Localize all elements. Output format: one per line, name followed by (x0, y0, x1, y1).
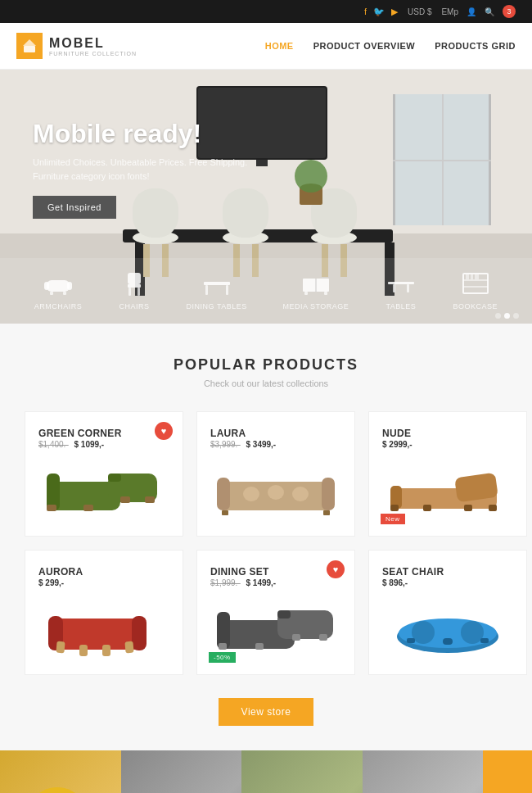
top-bar: f 🐦 ▶ USD $ EMp 👤 🔍 3 (0, 0, 532, 23)
svg-marker-1 (23, 39, 36, 46)
room-categories: 🛏 Bedroom 🛋 Living room 🖥 Office 🚿 (0, 750, 532, 793)
category-dining-tables[interactable]: DINING TABLES (187, 271, 247, 310)
hero-subtitle: Unlimited Choices. Unbeatable Prices. Fr… (33, 156, 247, 183)
svg-rect-54 (475, 274, 479, 279)
popular-subtitle: Check out our latest collections (25, 378, 507, 388)
user-icon[interactable]: 👤 (467, 7, 476, 16)
category-bookcase[interactable]: BOOKCASE (453, 271, 498, 310)
svg-rect-76 (464, 505, 472, 511)
product-dining-set: ♥ DINING SET $1,999.- $ 1499,- -50% (196, 550, 355, 675)
logo-sub: FURNITURE COLLECTION (49, 51, 137, 57)
popular-products-section: POPULAR PRODUCTS Check out our latest co… (0, 324, 532, 750)
emp-link[interactable]: EMp (441, 7, 458, 16)
get-inspired-button[interactable]: Get Inspired (33, 196, 116, 219)
svg-rect-91 (292, 634, 300, 641)
category-media-storage[interactable]: MEDIA STORAGE (282, 271, 349, 310)
twitter-icon[interactable]: 🐦 (373, 7, 385, 17)
svg-rect-74 (390, 505, 399, 511)
nav-products-grid[interactable]: PRODUCTS GRID (435, 41, 516, 51)
product-seat-chair: SEAT CHAIR $ 896,- (368, 550, 527, 675)
chair-icon (118, 271, 151, 296)
product-laura: LAURA $3,999.- $ 3499,- (196, 411, 355, 537)
media-storage-icon (300, 271, 332, 296)
youtube-icon[interactable]: ▶ (391, 7, 398, 17)
svg-rect-83 (102, 645, 110, 656)
facebook-icon[interactable]: f (364, 7, 367, 17)
room-office[interactable]: 🖥 Office (241, 750, 363, 793)
svg-rect-61 (120, 496, 130, 503)
svg-rect-40 (205, 285, 208, 295)
svg-rect-84 (124, 641, 133, 654)
wishlist-dining-set[interactable]: ♥ (327, 560, 345, 578)
add-category-button[interactable]: + (483, 750, 532, 793)
category-bookcase-label: BOOKCASE (453, 302, 498, 310)
product-image-container (38, 596, 169, 661)
svg-rect-8 (393, 160, 491, 161)
logo-name: MOBEL (49, 36, 137, 51)
bathroom-bg (363, 750, 484, 793)
svg-rect-59 (47, 505, 56, 511)
svg-rect-64 (217, 478, 230, 510)
hero-section: Mobile ready! Unlimited Choices. Unbeata… (0, 70, 532, 324)
old-price: $1,999.- (210, 578, 241, 587)
svg-rect-35 (128, 273, 141, 284)
new-price: $ 2999,- (382, 440, 413, 449)
category-chairs[interactable]: CHAIRS (118, 271, 151, 310)
svg-rect-43 (304, 292, 308, 295)
category-armchairs[interactable]: ARMCHAIRS (34, 271, 83, 310)
cart-badge[interactable]: 3 (503, 5, 516, 18)
svg-rect-69 (222, 510, 228, 515)
old-price: $3,999.- (210, 440, 241, 449)
room-living[interactable]: 🛋 Living room (121, 750, 242, 793)
dot-1[interactable] (495, 313, 501, 319)
svg-rect-80 (132, 616, 147, 650)
room-bathroom[interactable]: 🚿 Bathroom (363, 750, 484, 793)
svg-rect-99 (480, 638, 489, 643)
category-tables[interactable]: TABLES (385, 271, 417, 310)
product-name: NUDE (382, 428, 411, 439)
svg-rect-36 (128, 284, 141, 288)
office-bg (241, 750, 363, 793)
search-icon[interactable]: 🔍 (485, 7, 494, 16)
product-price: $1,999.- $ 1499,- (210, 578, 341, 587)
view-store-button[interactable]: View store (219, 698, 314, 726)
svg-rect-41 (226, 285, 228, 295)
product-name: SEAT CHAIR (382, 566, 444, 578)
svg-rect-97 (443, 638, 453, 645)
hero-dots (495, 313, 519, 319)
living-bg (121, 750, 242, 793)
product-green-corner: ♥ GREEN CORNER $1,400.- $ 1099,- (25, 411, 183, 537)
product-name: DINING SET (210, 566, 269, 578)
hero-content: Mobile ready! Unlimited Choices. Unbeata… (33, 119, 247, 219)
category-dining-tables-label: DINING TABLES (187, 302, 247, 310)
svg-rect-33 (50, 292, 53, 295)
product-name: AURORA (38, 566, 83, 578)
product-image-container (382, 457, 513, 523)
category-media-storage-label: MEDIA STORAGE (282, 302, 349, 310)
room-bedroom[interactable]: 🛏 Bedroom (0, 750, 121, 793)
logo-icon (16, 33, 43, 59)
svg-rect-82 (79, 645, 88, 656)
svg-rect-0 (24, 46, 35, 52)
dining-table-icon (201, 271, 233, 296)
svg-rect-46 (388, 282, 414, 284)
new-price: $ 299,- (38, 578, 64, 587)
hero-title: Mobile ready! (33, 119, 247, 149)
nav-home[interactable]: HOME (265, 41, 294, 51)
discount-badge: -50% (209, 652, 236, 663)
svg-rect-60 (83, 505, 93, 511)
product-name: GREEN CORNER (38, 428, 122, 439)
category-chairs-label: CHAIRS (119, 302, 149, 310)
product-name: LAURA (210, 428, 246, 439)
nav-product-overview[interactable]: PRODUCT OVERVIEW (313, 41, 416, 51)
new-badge: New (381, 514, 405, 524)
dot-3[interactable] (513, 313, 519, 319)
currency-selector[interactable]: USD $ (408, 7, 431, 16)
new-price: $ 3499,- (246, 440, 276, 449)
wishlist-green-corner[interactable]: ♥ (155, 422, 173, 440)
popular-title: POPULAR PRODUCTS (25, 356, 507, 374)
main-header: MOBEL FURNITURE COLLECTION HOME PRODUCT … (0, 23, 532, 70)
svg-rect-39 (204, 282, 230, 285)
product-price: $ 299,- (38, 578, 169, 587)
dot-2[interactable] (504, 313, 510, 319)
